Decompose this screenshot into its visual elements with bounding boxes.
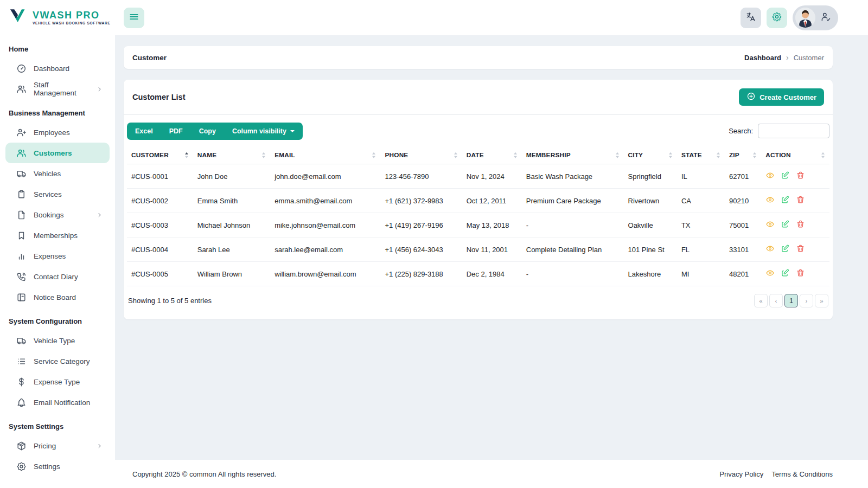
sidebar-item-pricing[interactable]: Pricing: [5, 435, 110, 456]
search-input[interactable]: [758, 124, 829, 138]
sidebar-item-expenses[interactable]: Expenses: [5, 246, 110, 266]
sidebar-item-email-notification[interactable]: Email Notification: [5, 392, 110, 413]
copy-export-button[interactable]: Copy: [191, 123, 224, 140]
cell-phone: 123-456-7890: [380, 164, 462, 189]
cell-email: emma.smith@email.com: [270, 189, 380, 213]
edit-button[interactable]: [781, 195, 790, 206]
view-button[interactable]: [765, 268, 775, 279]
sidebar-item-label: Expense Type: [34, 378, 80, 386]
view-button[interactable]: [765, 171, 775, 182]
delete-button[interactable]: [796, 244, 805, 255]
translate-button[interactable]: [741, 8, 761, 28]
sidebar-item-memberships[interactable]: Memberships: [5, 225, 110, 246]
sidebar-section-title-business-management: Business Management: [0, 99, 115, 122]
column-header-city[interactable]: CITY: [624, 146, 677, 164]
sidebar-item-vehicle-type[interactable]: Vehicle Type: [5, 330, 110, 351]
sidebar-item-staff-management[interactable]: Staff Management: [5, 79, 110, 99]
cell-phone: +1 (621) 372-9983: [380, 189, 462, 213]
page-number-button[interactable]: 1: [784, 294, 798, 307]
column-header-zip[interactable]: ZIP: [725, 146, 761, 164]
pdf-export-button[interactable]: PDF: [161, 123, 191, 140]
sidebar-item-expense-type[interactable]: Expense Type: [5, 371, 110, 392]
create-customer-button[interactable]: Create Customer: [739, 88, 824, 106]
column-header-label: CITY: [628, 151, 643, 159]
delete-button[interactable]: [796, 268, 805, 279]
plus-circle-icon: [746, 92, 756, 102]
view-button[interactable]: [765, 244, 775, 255]
page-header-card: Customer Dashboard › Customer: [124, 46, 833, 69]
column-header-label: CUSTOMER: [131, 151, 169, 159]
eye-icon: [765, 268, 775, 279]
settings-quick-button[interactable]: [767, 8, 787, 28]
column-header-state[interactable]: STATE: [677, 146, 725, 164]
cell-email: john.doe@email.com: [270, 164, 380, 189]
prev-page-button[interactable]: ‹: [769, 294, 783, 307]
column-header-label: ZIP: [729, 151, 739, 159]
sidebar-toggle-button[interactable]: [124, 8, 144, 28]
sidebar-item-employees[interactable]: Employees: [5, 122, 110, 143]
terms-conditions-link[interactable]: Terms & Conditions: [771, 470, 833, 478]
view-button[interactable]: [765, 220, 775, 230]
table-head: CUSTOMERNAMEEMAILPHONEDATEMEMBERSHIPCITY…: [127, 146, 829, 164]
column-header-email[interactable]: EMAIL: [270, 146, 380, 164]
entries-summary: Showing 1 to 5 of 5 entries: [128, 297, 212, 305]
cell-state: TX: [677, 213, 725, 237]
chevron-right-icon: [96, 442, 103, 450]
delete-button[interactable]: [796, 220, 805, 230]
sidebar-item-notice-board[interactable]: Notice Board: [5, 287, 110, 307]
cell-name: Sarah Lee: [193, 237, 270, 262]
column-header-action[interactable]: ACTION: [761, 146, 829, 164]
privacy-policy-link[interactable]: Privacy Policy: [719, 470, 763, 478]
cell-state: CA: [677, 189, 725, 213]
sidebar-item-label: Dashboard: [34, 65, 69, 73]
breadcrumb-dashboard-link[interactable]: Dashboard: [744, 54, 781, 62]
excel-export-button[interactable]: Excel: [127, 123, 161, 140]
column-header-name[interactable]: NAME: [193, 146, 270, 164]
user-check-icon: [820, 11, 831, 24]
eye-icon: [765, 244, 775, 255]
app-logo[interactable]: VWASH PRO VEHICLE WASH BOOKING SOFTWARE: [0, 9, 115, 27]
card-title: Customer List: [132, 93, 186, 101]
menu-icon: [129, 11, 139, 24]
delete-button[interactable]: [796, 195, 805, 206]
sidebar-item-services[interactable]: Services: [5, 184, 110, 204]
next-page-button[interactable]: ›: [800, 294, 813, 307]
last-page-button[interactable]: »: [815, 294, 828, 307]
cell-action: [761, 237, 829, 262]
table-row: #CUS-0004Sarah Leesarah.lee@email.com+1 …: [127, 237, 829, 262]
gear-icon: [16, 461, 27, 472]
column-header-label: EMAIL: [275, 151, 295, 159]
column-header-membership[interactable]: MEMBERSHIP: [522, 146, 624, 164]
table-toolbar: ExcelPDFCopy Column visibility Search:: [127, 123, 829, 140]
sidebar-item-contact-diary[interactable]: Contact Diary: [5, 266, 110, 287]
sidebar-item-vehicles[interactable]: Vehicles: [5, 163, 110, 184]
delete-button[interactable]: [796, 171, 805, 182]
sidebar-item-settings[interactable]: Settings: [5, 456, 110, 477]
trash-icon: [796, 195, 805, 206]
edit-button[interactable]: [781, 171, 790, 182]
sidebar-item-bookings[interactable]: Bookings: [5, 204, 110, 225]
cell-membership: Premium Care Package: [522, 189, 624, 213]
sidebar-item-label: Expenses: [34, 252, 66, 260]
column-header-phone[interactable]: PHONE: [380, 146, 462, 164]
avatar: [795, 8, 815, 28]
column-header-customer[interactable]: CUSTOMER: [127, 146, 193, 164]
edit-button[interactable]: [781, 268, 790, 279]
column-header-date[interactable]: DATE: [462, 146, 522, 164]
profile-menu[interactable]: [793, 5, 838, 30]
chevron-right-separator-icon: ›: [786, 53, 789, 62]
column-visibility-button[interactable]: Column visibility: [224, 123, 303, 140]
trash-icon: [796, 244, 805, 255]
cell-city: Oakville: [624, 213, 677, 237]
sidebar-item-customers[interactable]: Customers: [5, 143, 110, 163]
row-actions: [765, 195, 825, 206]
cell-state: FL: [677, 237, 725, 262]
sidebar-item-dashboard[interactable]: Dashboard: [5, 58, 110, 79]
first-page-button[interactable]: «: [754, 294, 768, 307]
edit-button[interactable]: [781, 244, 790, 255]
sidebar-item-service-category[interactable]: Service Category: [5, 351, 110, 371]
sort-arrows-icon: [454, 152, 457, 158]
view-button[interactable]: [765, 195, 775, 206]
edit-button[interactable]: [781, 220, 790, 230]
truck-icon: [16, 336, 27, 346]
